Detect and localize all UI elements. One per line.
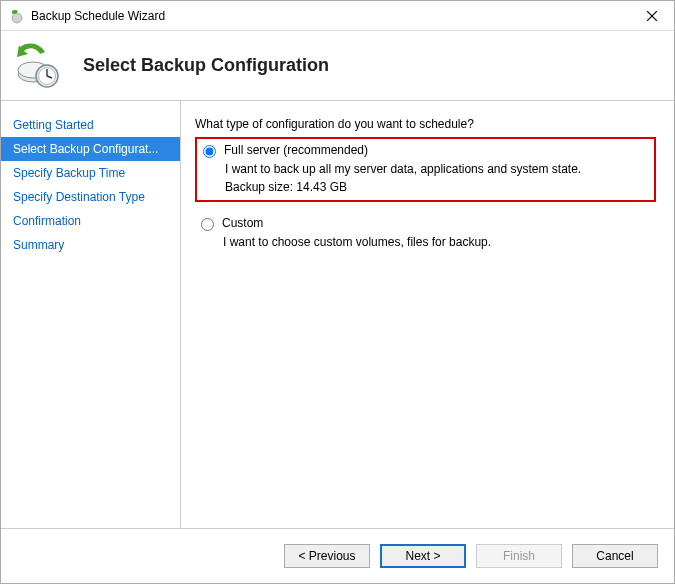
- finish-button: Finish: [476, 544, 562, 568]
- option-custom-desc: I want to choose custom volumes, files f…: [223, 235, 650, 249]
- option-custom-wrap: Custom I want to choose custom volumes, …: [195, 212, 656, 255]
- step-specify-backup-time[interactable]: Specify Backup Time: [1, 161, 180, 185]
- config-question: What type of configuration do you want t…: [195, 117, 656, 131]
- option-custom-radio[interactable]: [201, 218, 214, 231]
- step-specify-destination-type[interactable]: Specify Destination Type: [1, 185, 180, 209]
- next-button[interactable]: Next >: [380, 544, 466, 568]
- step-confirmation[interactable]: Confirmation: [1, 209, 180, 233]
- close-button[interactable]: [629, 1, 674, 31]
- option-full-server-desc: I want to back up all my server data, ap…: [225, 162, 648, 176]
- option-custom[interactable]: Custom: [201, 216, 650, 231]
- page-heading: Select Backup Configuration: [83, 55, 329, 76]
- wizard-body: Getting Started Select Backup Configurat…: [1, 101, 674, 529]
- step-getting-started[interactable]: Getting Started: [1, 113, 180, 137]
- window-title: Backup Schedule Wizard: [31, 9, 629, 23]
- wizard-footer: < Previous Next > Finish Cancel: [1, 529, 674, 583]
- svg-point-0: [12, 13, 22, 23]
- steps-sidebar: Getting Started Select Backup Configurat…: [1, 101, 181, 528]
- option-custom-title: Custom: [222, 216, 263, 230]
- option-full-server-size: Backup size: 14.43 GB: [225, 180, 648, 194]
- wizard-content: What type of configuration do you want t…: [181, 101, 674, 528]
- cancel-button[interactable]: Cancel: [572, 544, 658, 568]
- option-full-server-highlight: Full server (recommended) I want to back…: [195, 137, 656, 202]
- option-full-server[interactable]: Full server (recommended): [203, 143, 648, 158]
- option-full-server-radio[interactable]: [203, 145, 216, 158]
- backup-wizard-icon: [15, 42, 63, 90]
- step-summary[interactable]: Summary: [1, 233, 180, 257]
- previous-button[interactable]: < Previous: [284, 544, 370, 568]
- title-bar: Backup Schedule Wizard: [1, 1, 674, 31]
- step-select-backup-config[interactable]: Select Backup Configurat...: [1, 137, 180, 161]
- option-full-server-title: Full server (recommended): [224, 143, 368, 157]
- wizard-app-icon: [9, 8, 25, 24]
- wizard-header: Select Backup Configuration: [1, 31, 674, 101]
